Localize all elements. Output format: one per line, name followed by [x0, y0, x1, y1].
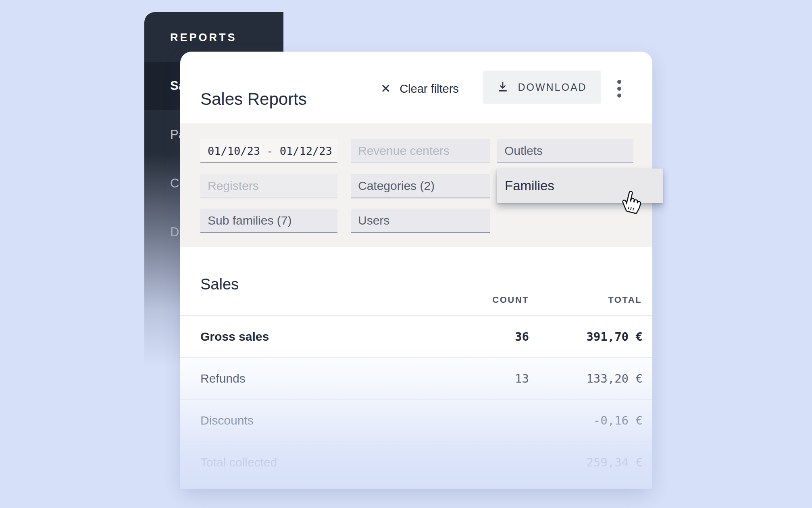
- clear-filters-label: Clear filters: [400, 82, 459, 96]
- kebab-dot: [617, 80, 621, 84]
- page-background: REPORTS Sa Pa Co Di Sales Reports ✕ Clea…: [0, 0, 812, 508]
- total-column-header: TOTAL: [608, 295, 642, 305]
- download-label: DOWNLOAD: [518, 81, 587, 93]
- count-column-header: COUNT: [492, 295, 529, 305]
- revenue-centers-filter[interactable]: Revenue centers: [351, 139, 490, 163]
- date-range-value: 01/10/23 - 01/12/23: [208, 145, 332, 157]
- download-button[interactable]: DOWNLOAD: [483, 71, 601, 104]
- page-title: Sales Reports: [200, 91, 307, 108]
- sidebar-title: REPORTS: [170, 31, 237, 44]
- close-icon: ✕: [381, 83, 391, 95]
- users-filter[interactable]: Users: [351, 209, 490, 233]
- outlets-filter[interactable]: Outlets: [497, 139, 633, 163]
- row-count: 13: [515, 372, 529, 385]
- more-options-button[interactable]: [615, 80, 624, 98]
- row-total: -0,16 €: [593, 414, 643, 427]
- row-total: 391,70 €: [586, 330, 643, 344]
- row-label: Total collected: [200, 456, 277, 469]
- row-label: Gross sales: [200, 330, 269, 344]
- sales-section-title: Sales: [200, 276, 239, 293]
- clear-filters-button[interactable]: ✕ Clear filters: [381, 78, 459, 99]
- revenue-centers-placeholder: Revenue centers: [358, 144, 450, 158]
- registers-placeholder: Registers: [208, 179, 259, 193]
- categories-filter[interactable]: Categories (2): [351, 174, 490, 198]
- families-option-label: Families: [505, 178, 554, 194]
- registers-filter[interactable]: Registers: [200, 174, 337, 198]
- outlets-label: Outlets: [504, 144, 543, 158]
- row-count: 36: [515, 330, 529, 344]
- kebab-dot: [617, 87, 621, 91]
- table-row: Discounts -0,16 €: [180, 399, 652, 441]
- kebab-dot: [617, 94, 621, 98]
- users-label: Users: [358, 214, 389, 227]
- row-total: 133,20 €: [586, 372, 643, 385]
- sales-reports-card: Sales Reports ✕ Clear filters DOWNLOAD 0…: [180, 52, 652, 489]
- hand-pointer-cursor: [620, 189, 643, 214]
- sub-families-label: Sub families (7): [208, 214, 291, 227]
- row-label: Refunds: [200, 372, 246, 385]
- sub-families-filter[interactable]: Sub families (7): [200, 209, 337, 233]
- categories-label: Categories (2): [358, 179, 435, 193]
- table-row: Total collected 259,34 €: [180, 441, 652, 483]
- date-range-input[interactable]: 01/10/23 - 01/12/23: [200, 139, 337, 163]
- download-icon: [497, 81, 509, 93]
- table-row: Refunds 13 133,20 €: [180, 357, 652, 399]
- row-total: 259,34 €: [586, 456, 643, 469]
- row-label: Discounts: [200, 414, 254, 427]
- table-row: Gross sales 36 391,70 €: [180, 315, 652, 357]
